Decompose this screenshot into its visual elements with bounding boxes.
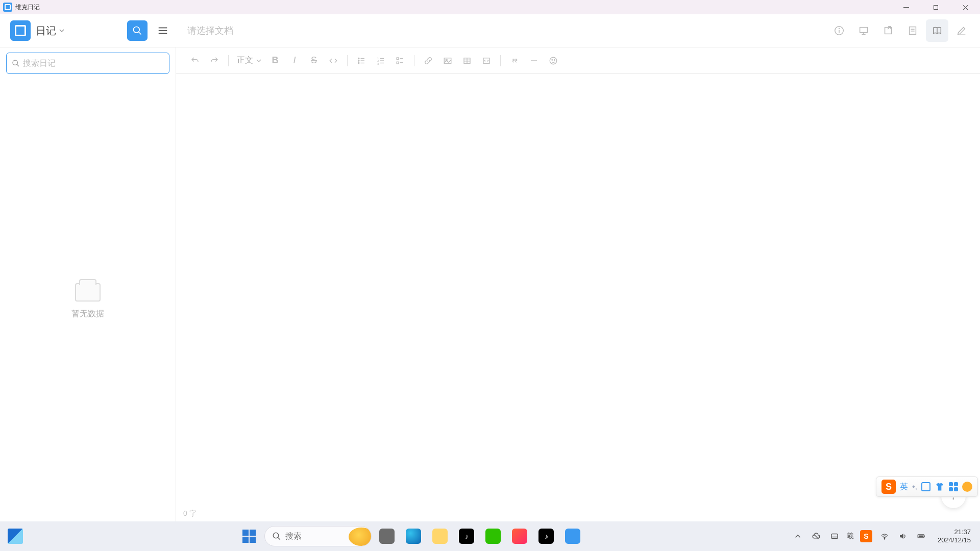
reading-view-button[interactable] xyxy=(926,19,948,42)
taskbar-left xyxy=(0,529,31,544)
weibo-button[interactable] xyxy=(508,525,531,547)
ime-punct-label: •, xyxy=(912,482,917,491)
app-header: 日记 请选择文档 xyxy=(0,14,980,47)
info-icon xyxy=(834,25,845,36)
battery-icon xyxy=(917,532,926,541)
edge-button[interactable] xyxy=(402,525,425,547)
touchpad-icon[interactable] xyxy=(828,530,841,542)
toolbar-separator xyxy=(347,55,348,66)
window-titlebar: 维克日记 xyxy=(0,0,980,14)
ime-toolbox-button[interactable] xyxy=(949,482,958,491)
folder-icon xyxy=(432,529,448,544)
minimize-button[interactable] xyxy=(891,0,921,14)
sidebar-search-wrap xyxy=(0,47,176,79)
code-button[interactable] xyxy=(325,52,342,69)
svg-rect-60 xyxy=(919,536,923,537)
task-list-button[interactable] xyxy=(391,52,409,69)
content-area: 暂无数据 正文 B I S 123 xyxy=(0,47,980,521)
sidebar-search[interactable] xyxy=(6,53,169,74)
bold-button[interactable]: B xyxy=(266,52,284,69)
app-icon xyxy=(565,529,580,544)
file-explorer-button[interactable] xyxy=(429,525,451,547)
battery-icon[interactable] xyxy=(915,530,927,542)
pencil-icon xyxy=(956,25,967,36)
svg-line-16 xyxy=(888,27,891,30)
window-controls xyxy=(891,0,980,14)
italic-button[interactable]: I xyxy=(286,52,303,69)
close-button[interactable] xyxy=(950,0,980,14)
sogou-tray-icon[interactable]: S xyxy=(860,530,872,542)
maximize-button[interactable] xyxy=(921,0,950,14)
outline-icon xyxy=(907,25,918,36)
ime-skin-button[interactable] xyxy=(935,482,945,492)
douyin-icon: ♪ xyxy=(538,529,554,544)
cloud-icon xyxy=(812,532,821,541)
book-icon xyxy=(932,25,943,36)
image-button[interactable] xyxy=(439,52,456,69)
svg-line-5 xyxy=(139,32,141,35)
douyin-button[interactable]: ♪ xyxy=(535,525,557,547)
bullet-list-button[interactable] xyxy=(353,52,370,69)
info-button[interactable] xyxy=(828,19,850,42)
hr-button[interactable] xyxy=(525,52,543,69)
undo-button[interactable] xyxy=(186,52,204,69)
empty-inbox-icon xyxy=(75,283,101,302)
wifi-icon[interactable] xyxy=(878,530,891,542)
ime-toolbar[interactable]: S 英 •, xyxy=(876,477,978,497)
link-button[interactable] xyxy=(420,52,437,69)
search-input[interactable] xyxy=(23,59,164,68)
pinned-app-icon[interactable] xyxy=(8,529,23,544)
search-icon xyxy=(272,532,281,541)
paragraph-style-dropdown[interactable]: 正文 xyxy=(234,55,264,66)
svg-point-56 xyxy=(884,539,885,540)
outline-button[interactable] xyxy=(901,19,924,42)
italic-icon: I xyxy=(293,55,296,66)
export-button[interactable] xyxy=(877,19,899,42)
ime-lang-button[interactable]: 英 xyxy=(900,482,908,492)
image-icon xyxy=(443,56,452,65)
header-right xyxy=(828,19,980,42)
tray-char-icon[interactable]: 羲 xyxy=(847,532,854,541)
taskbar-clock[interactable]: 21:37 2024/12/15 xyxy=(934,528,975,545)
app-logo[interactable] xyxy=(10,20,31,41)
editor-body[interactable]: 0 字 xyxy=(176,74,980,521)
word-count: 0 字 xyxy=(178,509,197,518)
onedrive-icon[interactable] xyxy=(810,530,822,542)
weike-diary-button[interactable] xyxy=(561,525,584,547)
keyboard-icon xyxy=(921,482,930,491)
ime-lang-label: 英 xyxy=(900,482,908,492)
tray-overflow-button[interactable] xyxy=(792,530,804,542)
presentation-button[interactable] xyxy=(852,19,875,42)
diary-dropdown[interactable]: 日记 xyxy=(36,24,64,38)
table-button[interactable] xyxy=(458,52,476,69)
export-icon xyxy=(883,25,894,36)
ime-punct-button[interactable]: •, xyxy=(912,482,917,491)
svg-text:3: 3 xyxy=(377,62,379,65)
ime-keyboard-button[interactable] xyxy=(921,482,930,491)
search-button[interactable] xyxy=(127,20,148,41)
grid-icon xyxy=(949,482,958,491)
hamburger-menu-button[interactable] xyxy=(153,20,173,41)
wechat-button[interactable] xyxy=(482,525,504,547)
task-view-button[interactable] xyxy=(376,525,398,547)
edit-button[interactable] xyxy=(950,19,973,42)
svg-marker-57 xyxy=(900,534,903,539)
strikethrough-button[interactable]: S xyxy=(305,52,323,69)
volume-icon[interactable] xyxy=(897,530,909,542)
toolbar-separator xyxy=(228,55,229,66)
emoji-button[interactable] xyxy=(545,52,562,69)
start-button[interactable] xyxy=(238,525,260,547)
tiktok-button[interactable]: ♪ xyxy=(455,525,478,547)
windows-icon xyxy=(242,530,256,543)
quote-button[interactable] xyxy=(506,52,523,69)
ime-emoji-button[interactable] xyxy=(962,482,972,492)
svg-point-22 xyxy=(13,60,17,65)
redo-button[interactable] xyxy=(206,52,223,69)
taskbar-search[interactable]: 搜索 xyxy=(264,526,372,546)
sogou-ime-icon[interactable]: S xyxy=(881,480,896,494)
taskbar-center: 搜索 ♪ ♪ xyxy=(31,525,792,547)
svg-line-23 xyxy=(17,64,19,66)
link-icon xyxy=(424,56,433,65)
codeblock-button[interactable] xyxy=(478,52,495,69)
numbered-list-button[interactable]: 123 xyxy=(372,52,389,69)
